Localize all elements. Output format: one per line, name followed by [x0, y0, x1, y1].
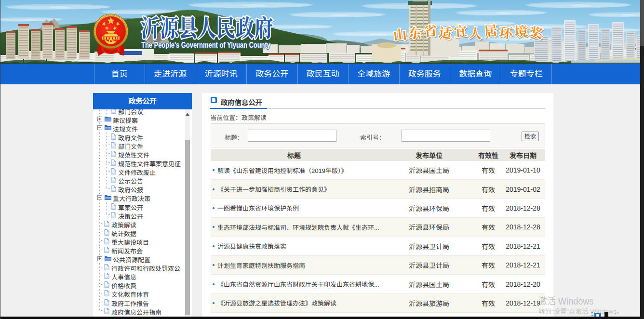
svg-text:沂源县人民政府: 沂源县人民政府	[141, 9, 273, 43]
svg-text:境: 境	[513, 20, 528, 40]
svg-text:人: 人	[468, 22, 483, 42]
svg-text:The People's Government of Yiy: The People's Government of Yiyuan County	[141, 40, 270, 50]
svg-text:居: 居	[483, 19, 498, 40]
svg-text:奖: 奖	[528, 21, 544, 42]
svg-text:适: 适	[438, 21, 453, 42]
svg-text:山: 山	[392, 23, 408, 44]
svg-text:省: 省	[423, 20, 438, 40]
svg-text:宜: 宜	[453, 20, 468, 41]
